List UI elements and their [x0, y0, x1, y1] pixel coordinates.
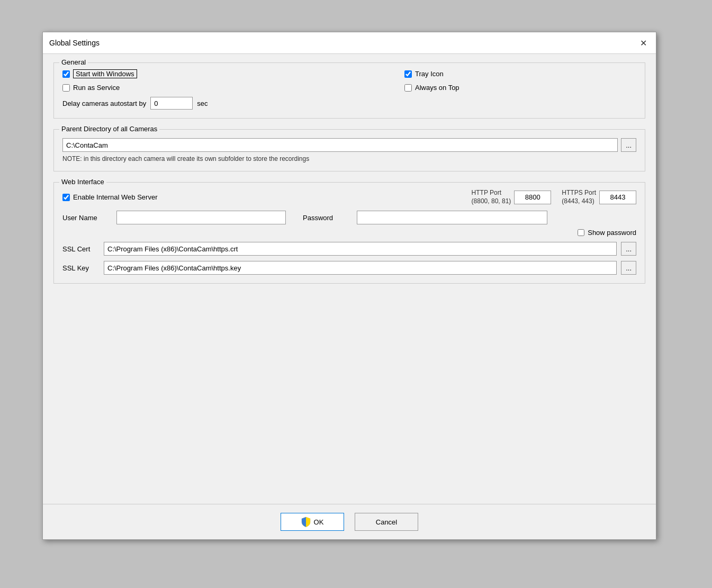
always-on-top-checkbox[interactable]	[404, 84, 412, 92]
https-port-group: HTTPS Port(8443, 443)	[562, 189, 636, 205]
ssl-cert-row: SSL Cert ...	[62, 242, 636, 256]
web-interface-section: Web Interface Enable Internal Web Server…	[53, 182, 645, 284]
password-input[interactable]	[357, 211, 547, 224]
enable-web-server-label: Enable Internal Web Server	[73, 193, 157, 201]
http-port-input[interactable]	[514, 191, 551, 204]
delay-unit: sec	[197, 99, 208, 107]
parent-dir-input[interactable]	[62, 138, 618, 152]
user-name-label: User Name	[62, 214, 110, 222]
always-on-top-wrap: Always on Top	[404, 84, 636, 92]
password-label: Password	[303, 214, 350, 222]
parent-dir-section: Parent Directory of all Cameras ... NOTE…	[53, 129, 645, 171]
global-settings-dialog: Global Settings ✕ General Start with Win…	[42, 32, 656, 540]
run-as-service-checkbox[interactable]	[62, 84, 70, 92]
titlebar: Global Settings ✕	[43, 32, 656, 54]
close-button[interactable]: ✕	[637, 37, 650, 49]
ssl-key-label: SSL Key	[62, 264, 100, 272]
dialog-footer: OK Cancel	[43, 504, 656, 539]
user-name-input[interactable]	[116, 211, 286, 224]
port-fields: HTTP Port(8800, 80, 81) HTTPS Port(8443,…	[472, 189, 636, 205]
delay-label: Delay cameras autostart by	[62, 99, 146, 107]
ssl-key-row: SSL Key ...	[62, 261, 636, 275]
delay-row: Delay cameras autostart by sec	[62, 97, 636, 110]
shield-icon	[301, 517, 311, 527]
ssl-cert-label: SSL Cert	[62, 245, 100, 253]
start-with-windows-checkbox[interactable]	[62, 70, 70, 78]
cancel-button[interactable]: Cancel	[355, 513, 418, 531]
parent-dir-section-label: Parent Directory of all Cameras	[59, 125, 159, 133]
show-password-label: Show password	[588, 229, 636, 237]
https-port-label: HTTPS Port(8443, 443)	[562, 189, 596, 205]
ssl-key-input[interactable]	[104, 261, 617, 275]
dialog-body: General Start with Windows Tray Icon Run…	[43, 54, 656, 504]
parent-dir-browse-button[interactable]: ...	[621, 138, 636, 152]
parent-dir-note: NOTE: in this directory each camera will…	[62, 155, 636, 162]
general-row-1: Start with Windows Tray Icon	[62, 69, 636, 78]
show-password-checkbox[interactable]	[578, 229, 584, 236]
general-row-2: Run as Service Always on Top	[62, 84, 636, 92]
web-interface-section-label: Web Interface	[59, 178, 106, 186]
ssl-cert-browse-button[interactable]: ...	[621, 242, 636, 256]
ssl-cert-input[interactable]	[104, 242, 617, 256]
enable-web-server-checkbox[interactable]	[62, 194, 70, 201]
always-on-top-label: Always on Top	[415, 84, 459, 92]
delay-input[interactable]	[150, 97, 193, 110]
start-with-windows-wrap: Start with Windows	[62, 69, 294, 78]
general-section: General Start with Windows Tray Icon Run…	[53, 62, 645, 119]
run-as-service-label: Run as Service	[73, 84, 120, 92]
http-port-label: HTTP Port(8800, 80, 81)	[472, 189, 511, 205]
ok-label: OK	[314, 518, 324, 526]
run-as-service-wrap: Run as Service	[62, 84, 294, 92]
web-server-row: Enable Internal Web Server HTTP Port(880…	[62, 189, 636, 205]
tray-icon-wrap: Tray Icon	[404, 70, 636, 78]
enable-web-server-wrap: Enable Internal Web Server	[62, 193, 157, 201]
start-with-windows-label: Start with Windows	[73, 69, 137, 78]
ssl-key-browse-button[interactable]: ...	[621, 261, 636, 275]
https-port-input[interactable]	[599, 191, 636, 204]
http-port-group: HTTP Port(8800, 80, 81)	[472, 189, 552, 205]
ok-button[interactable]: OK	[281, 513, 344, 531]
tray-icon-checkbox[interactable]	[404, 70, 412, 78]
credentials-row: User Name Password	[62, 211, 636, 224]
tray-icon-label: Tray Icon	[415, 70, 444, 78]
dialog-title: Global Settings	[49, 39, 100, 47]
general-section-label: General	[59, 58, 88, 66]
